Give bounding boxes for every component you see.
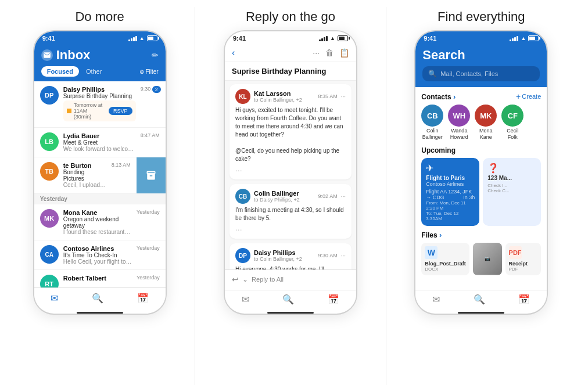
message-colin[interactable]: CB Colin Ballinger to Daisy Phillips, +2…	[229, 184, 352, 239]
status-bar-2: 9:41 ▲	[225, 31, 356, 44]
msg-header-kat: KL Kat Larsson to Colin Ballinger, +2 8:…	[235, 89, 346, 104]
battery-icon-1	[147, 35, 157, 41]
message-kat[interactable]: KL Kat Larsson to Colin Ballinger, +2 8:…	[229, 84, 352, 179]
avatar-kat: KL	[235, 89, 250, 104]
panel-do-more: Do more 9:41 ▲ Inbox	[5, 7, 195, 385]
msg-more-daisy[interactable]: ···	[341, 253, 346, 259]
email-item-burton[interactable]: TB te Burton Bonding Pictures Cecil, I u…	[34, 157, 137, 193]
flight-card[interactable]: ✈ Flight to Paris Contoso Airlines Fligh…	[421, 158, 479, 226]
back-button[interactable]: ‹	[232, 48, 235, 58]
contact-cecil[interactable]: CF CecilFolk	[501, 105, 523, 141]
flight-time-remaining: In 3h	[463, 195, 475, 200]
reminder-text: Tomorrow at 11AM (30min)	[74, 102, 106, 120]
panel-reply: Reply on the go 9:41 ▲ ‹ ··· 🗑 📋	[195, 7, 386, 385]
email-subject-burton: Bonding Pictures	[63, 169, 107, 182]
email-item-mona[interactable]: MK Mona Kane Oregon and weekend getaway …	[34, 204, 166, 240]
file-word[interactable]: W Blog_Post_Draft DOCX	[421, 243, 469, 275]
footer-calendar-3[interactable]: 📅	[518, 294, 530, 305]
reply-all-text[interactable]: Reply to All	[252, 276, 284, 283]
contact-avatar-cecil: CF	[501, 105, 523, 127]
contact-wanda[interactable]: WH WandaHoward	[448, 105, 470, 141]
footer-mail-2[interactable]: ✉	[242, 294, 249, 305]
messages-body: KL Kat Larsson to Colin Ballinger, +2 8:…	[225, 81, 356, 269]
email-subject-contoso: It's Time To Check-In	[63, 252, 132, 258]
msg-to-daisy: to Colin Ballinger, +2	[254, 256, 302, 262]
email-time-mona: Yesterday	[137, 209, 160, 215]
rsvp-button[interactable]: RSVP	[109, 107, 132, 115]
swipe-archive[interactable]	[137, 157, 166, 193]
msg-header-daisy: DP Daisy Phillips to Colin Ballinger, +2…	[235, 248, 346, 263]
filter-button[interactable]: ⊜ Filter	[139, 69, 159, 75]
email-subject-mona: Oregon and weekend getaway	[63, 216, 132, 229]
word-icon: W	[425, 246, 437, 259]
search-glass-icon: 🔍	[428, 70, 437, 78]
status-bar-3: 9:41 ▲	[415, 31, 547, 44]
avatar-contoso: CA	[40, 245, 59, 264]
more-options-icon[interactable]: ···	[313, 48, 320, 57]
email-time-contoso: Yesterday	[137, 245, 160, 251]
compose-icon[interactable]: ✏	[152, 51, 159, 60]
email-time-robert: Yesterday	[137, 275, 160, 280]
pdf-icon: PDF	[509, 246, 522, 259]
archive-icon[interactable]: 📋	[339, 48, 349, 57]
inbox-body: DP Daisy Phillips Surprise Birthday Plan…	[34, 81, 166, 287]
tab-focused[interactable]: Focused	[41, 66, 79, 77]
email-item-contoso[interactable]: CA Contoso Airlines It's Time To Check-I…	[34, 240, 166, 270]
footer-calendar-2[interactable]: 📅	[328, 294, 339, 305]
contact-name-mona: MonaKane	[479, 128, 493, 141]
email-item-daisy[interactable]: DP Daisy Phillips Surprise Birthday Plan…	[34, 81, 166, 128]
file-pdf[interactable]: PDF Receipt PDF	[505, 243, 541, 275]
create-button[interactable]: + Create	[516, 92, 541, 101]
email-subject-bar: Suprise Birthday Planning	[225, 62, 356, 81]
flight-subtitle: Contoso Airlines	[426, 181, 475, 187]
footer-search-3[interactable]: 🔍	[474, 294, 485, 305]
email-preview-burton: Cecil, I uploaded all of the pictures la…	[63, 182, 107, 188]
email-item-lydia[interactable]: LB Lydia Bauer Meet & Greet We look forw…	[34, 128, 166, 157]
phone3-footer: ✉ 🔍 📅	[415, 290, 547, 310]
email-sender-daisy: Daisy Phillips	[63, 86, 136, 93]
email-thread-header: ‹ ··· 🗑 📋	[225, 44, 356, 62]
footer-calendar-1[interactable]: 📅	[137, 293, 149, 304]
contact-mona[interactable]: MK MonaKane	[475, 105, 497, 141]
files-header: Files ›	[421, 231, 541, 239]
section-label-yesterday: Yesterday	[34, 193, 166, 204]
footer-search-2[interactable]: 🔍	[282, 294, 294, 305]
footer-search-1[interactable]: 🔍	[92, 293, 103, 304]
msg-sender-kat: Kat Larsson	[254, 90, 302, 97]
reply-arrows-icon[interactable]: ↩	[232, 275, 239, 284]
delete-icon[interactable]: 🗑	[325, 48, 333, 57]
msg-dots-colin: ···	[235, 225, 346, 234]
second-event-card[interactable]: ❓ 123 Ma... Check I... Check C...	[483, 158, 541, 226]
footer-mail-1[interactable]: ✉	[51, 293, 58, 304]
footer-mail-3[interactable]: ✉	[432, 294, 440, 305]
panel-title-1: Do more	[75, 9, 124, 24]
inbox-header: Inbox ✏ Focused Other ⊜ Filter	[34, 44, 166, 81]
msg-sender-info-kat: Kat Larsson to Colin Ballinger, +2	[254, 90, 302, 103]
contact-colin[interactable]: CB ColinBallinger	[421, 105, 443, 141]
file-image[interactable]: 📷	[473, 243, 502, 275]
badge-daisy: 2	[152, 86, 161, 93]
filter-row: Focused Other ⊜ Filter	[41, 66, 159, 77]
search-body: Contacts › + Create CB ColinBallinger WH	[415, 87, 547, 290]
msg-sender-info-daisy: Daisy Phillips to Colin Ballinger, +2	[254, 249, 302, 262]
reply-chevron-icon[interactable]: ⌄	[242, 275, 248, 283]
status-icons-3: ▲	[510, 35, 539, 41]
email-item-robert[interactable]: RT Robert Talbert Yesterday	[34, 270, 166, 287]
msg-more-colin[interactable]: ···	[341, 193, 346, 200]
files-row: W Blog_Post_Draft DOCX 📷 PDF	[421, 243, 541, 275]
msg-sender-info-colin: Colin Ballinger to Daisy Phillips, +2	[254, 190, 300, 203]
msg-header-colin: CB Colin Ballinger to Daisy Phillips, +2…	[235, 189, 346, 204]
msg-time-daisy: 9:30 AM	[318, 253, 338, 258]
msg-more-kat[interactable]: ···	[341, 93, 346, 100]
upcoming-header: Upcoming	[421, 146, 541, 154]
message-daisy[interactable]: DP Daisy Phillips to Colin Ballinger, +2…	[229, 243, 352, 269]
search-bar[interactable]: 🔍 Mail, Contacts, Files	[422, 66, 540, 81]
email-subject-lydia: Meet & Greet	[63, 139, 136, 146]
search-title: Search	[422, 48, 540, 63]
msg-text-colin: I'm finishing a meeting at 4:30, so I sh…	[235, 206, 346, 222]
tab-other[interactable]: Other	[83, 66, 106, 77]
email-time-burton: 8:13 AM	[112, 162, 131, 168]
contacts-section-header: Contacts › + Create	[421, 92, 541, 101]
panel-title-3: Find everything	[437, 9, 525, 24]
email-sender-mona: Mona Kane	[63, 209, 132, 216]
